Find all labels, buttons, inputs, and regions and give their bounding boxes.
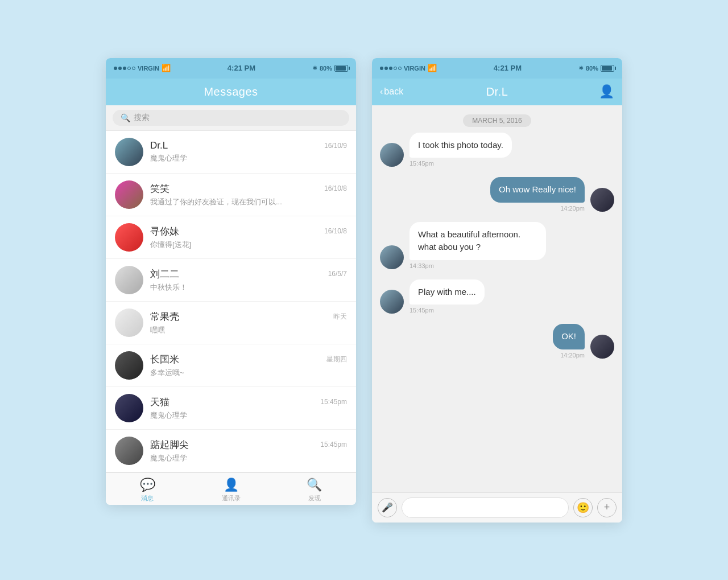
chat-bubble: OK!	[553, 324, 585, 349]
msg-content: 天猫 15:45pm 魔鬼心理学	[150, 396, 347, 421]
chat-message-row: What a beautiful afternoon. what abou yo…	[380, 222, 614, 269]
bubble-wrap: Oh wow Really nice! 14:20pm	[490, 177, 585, 212]
bubble-time: 14:20pm	[560, 205, 585, 212]
bubble-time: 15:45pm	[410, 307, 485, 314]
bluetooth-icon-1: ∗	[312, 64, 317, 72]
battery-pct-1: 80%	[320, 65, 332, 72]
search-placeholder: 搜索	[134, 113, 150, 123]
bubble-wrap: Play with me.... 15:45pm	[410, 279, 485, 314]
msg-date: 15:45pm	[320, 398, 347, 406]
tab-contacts-label: 通讯录	[222, 494, 241, 503]
msg-name: 踮起脚尖	[150, 438, 189, 451]
dot5	[132, 67, 135, 70]
msg-name: Dr.L	[150, 140, 168, 151]
chat-bubble: I took this photo today.	[410, 133, 512, 158]
msg-date: 16/5/7	[328, 270, 347, 278]
msg-name-row: 笑笑 16/10/8	[150, 182, 347, 195]
list-item[interactable]: 常果壳 昨天 嘿嘿	[106, 302, 356, 344]
status-right-1: ∗ 80%	[312, 64, 348, 72]
chat-message-row: I took this photo today. 15:45pm	[380, 133, 614, 167]
chat-message-row: Oh wow Really nice! 14:20pm	[380, 177, 614, 212]
message-list: Dr.L 16/10/9 魔鬼心理学 笑笑 16/10/8 我通过了你的好友验证…	[106, 131, 356, 472]
dot2-2	[384, 67, 388, 70]
tab-bar: 💬 消息 👤 通讯录 🔍 发现	[106, 472, 356, 505]
signal-dots-2	[380, 67, 402, 70]
back-label: back	[384, 87, 403, 97]
list-item[interactable]: 刘二二 16/5/7 中秋快乐！	[106, 259, 356, 302]
msg-name-row: 寻你妹 16/10/8	[150, 225, 347, 238]
battery-fill-2	[602, 66, 612, 71]
list-item[interactable]: 踮起脚尖 15:45pm 魔鬼心理学	[106, 430, 356, 472]
status-bar-1: VIRGIN 📶 4:21 PM ∗ 80%	[106, 58, 356, 79]
msg-name-row: 天猫 15:45pm	[150, 396, 347, 409]
contact-icon[interactable]: 👤	[599, 84, 614, 99]
msg-preview: 嘿嘿	[150, 325, 347, 335]
msg-content: 踮起脚尖 15:45pm 魔鬼心理学	[150, 438, 347, 463]
time-1: 4:21 PM	[228, 64, 255, 72]
msg-name: 刘二二	[150, 268, 179, 281]
msg-name-row: 长国米 星期四	[150, 353, 347, 366]
msg-name: 笑笑	[150, 182, 169, 195]
nav-bar-messages: Messages	[106, 79, 356, 105]
bubble-wrap: OK! 14:20pm	[553, 324, 585, 359]
battery-1	[334, 65, 348, 72]
chat-message-row: Play with me.... 15:45pm	[380, 279, 614, 314]
list-item[interactable]: 天猫 15:45pm 魔鬼心理学	[106, 387, 356, 430]
chat-phone: VIRGIN 📶 4:21 PM ∗ 80% ‹ back Dr.L 👤	[372, 58, 622, 523]
search-input-wrap[interactable]: 🔍 搜索	[113, 110, 349, 126]
nav-bar-chat: ‹ back Dr.L 👤	[372, 79, 622, 105]
bubble-time: 14:20pm	[560, 352, 585, 359]
battery-bar-2	[601, 65, 614, 72]
message-input[interactable]	[402, 497, 569, 518]
emoji-button[interactable]: 🙂	[573, 498, 593, 517]
battery-bar-1	[334, 65, 348, 72]
mic-button[interactable]: 🎤	[378, 498, 397, 517]
dot2	[118, 67, 122, 70]
avatar	[115, 138, 143, 166]
chat-bubble: Oh wow Really nice!	[490, 177, 585, 203]
avatar	[115, 180, 143, 209]
msg-content: 刘二二 16/5/7 中秋快乐！	[150, 268, 347, 293]
list-item[interactable]: Dr.L 16/10/9 魔鬼心理学	[106, 131, 356, 174]
msg-name: 寻你妹	[150, 225, 179, 238]
tab-messages[interactable]: 💬 消息	[106, 478, 189, 503]
avatar	[115, 437, 143, 465]
dot3	[123, 67, 126, 70]
dot1-2	[380, 67, 383, 70]
back-button[interactable]: ‹ back	[380, 87, 403, 97]
tab-discover-icon: 🔍	[307, 478, 322, 492]
list-item[interactable]: 笑笑 16/10/8 我通过了你的好友验证，现在我们可以...	[106, 174, 356, 216]
status-left-2: VIRGIN 📶	[380, 64, 437, 72]
avatar	[115, 266, 143, 294]
msg-preview: 魔鬼心理学	[150, 453, 347, 463]
messages-phone: VIRGIN 📶 4:21 PM ∗ 80% Messages 🔍	[106, 58, 356, 505]
msg-date: 15:45pm	[320, 441, 347, 449]
chat-title: Dr.L	[486, 85, 508, 98]
battery-2	[601, 65, 614, 72]
tab-contacts[interactable]: 👤 通讯录	[189, 478, 273, 503]
avatar	[115, 223, 143, 252]
tab-discover[interactable]: 🔍 发现	[272, 478, 356, 503]
status-right-2: ∗ 80%	[578, 64, 614, 72]
msg-content: Dr.L 16/10/9 魔鬼心理学	[150, 140, 347, 163]
plus-button[interactable]: +	[597, 498, 617, 517]
battery-fill-1	[336, 66, 346, 71]
msg-date: 16/10/9	[324, 142, 347, 150]
list-item[interactable]: 长国米 星期四 多幸运哦~	[106, 344, 356, 387]
back-chevron-icon: ‹	[380, 87, 383, 97]
search-icon: 🔍	[121, 113, 130, 122]
chat-message-row: OK! 14:20pm	[380, 324, 614, 359]
msg-name: 长国米	[150, 353, 179, 366]
list-item[interactable]: 寻你妹 16/10/8 你懂得[送花]	[106, 216, 356, 259]
chat-messages: I took this photo today. 15:45pm Oh wow …	[372, 133, 622, 492]
bubble-time: 15:45pm	[410, 160, 512, 167]
chat-avatar	[590, 188, 614, 212]
nav-title-messages: Messages	[204, 85, 258, 98]
signal-dots	[114, 67, 135, 70]
carrier-2: VIRGIN	[404, 65, 425, 72]
chat-bubble: What a beautiful afternoon. what abou yo…	[410, 222, 546, 260]
msg-content: 长国米 星期四 多幸运哦~	[150, 353, 347, 378]
tab-discover-label: 发现	[308, 494, 321, 503]
msg-preview: 多幸运哦~	[150, 368, 347, 378]
bubble-time: 14:33pm	[410, 262, 546, 269]
